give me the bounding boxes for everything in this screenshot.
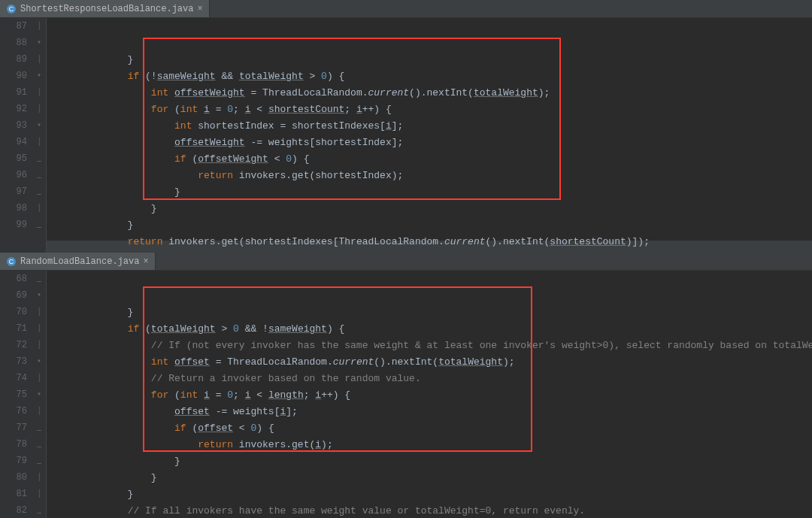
line-number: 82 xyxy=(0,502,27,518)
line-number: 92 xyxy=(0,101,27,117)
line-number: 78 xyxy=(0,436,27,453)
fold-marker[interactable]: ⎯ xyxy=(37,507,41,514)
fold-marker[interactable]: │ xyxy=(37,105,41,113)
line-number-gutter: 87888990919293949596979899 xyxy=(0,18,35,267)
code-line[interactable]: for (int i = 0; i < shortestCount; i++) … xyxy=(57,101,812,118)
line-number: 89 xyxy=(0,51,27,68)
fold-marker[interactable]: │ xyxy=(37,138,41,146)
code-line[interactable]: // Return a invoker based on the random … xyxy=(57,371,812,387)
code-line[interactable]: return invokers.get(i); xyxy=(57,437,812,453)
fold-marker[interactable]: ▾ xyxy=(37,122,41,129)
code-editor-1[interactable]: 87888990919293949596979899 │▾│▾││▾│⎯⎯⎯│⎯… xyxy=(0,18,812,267)
line-number: 88 xyxy=(0,35,27,51)
code-area[interactable]: } if (totalWeight > 0 && !sameWeight) { … xyxy=(47,271,812,518)
fold-marker[interactable]: │ xyxy=(37,490,41,498)
line-number: 76 xyxy=(0,403,27,420)
code-line[interactable]: return invokers.get(shortestIndex); xyxy=(57,168,812,184)
code-line[interactable]: offset -= weights[i]; xyxy=(57,404,812,420)
close-icon[interactable]: × xyxy=(143,257,148,266)
line-number: 90 xyxy=(0,68,27,84)
fold-marker[interactable]: │ xyxy=(37,474,41,481)
svg-text:C: C xyxy=(9,258,14,265)
fold-marker[interactable]: ▾ xyxy=(37,39,41,47)
code-line[interactable]: if (totalWeight > 0 && !sameWeight) { xyxy=(57,321,812,338)
fold-marker[interactable]: ▾ xyxy=(37,72,41,80)
code-line[interactable]: return invokers.get(shortestIndexes[Thre… xyxy=(57,234,812,250)
code-line[interactable]: } xyxy=(57,304,812,321)
java-class-icon: C xyxy=(6,4,17,14)
fold-marker[interactable]: ▾ xyxy=(37,391,41,398)
fold-marker[interactable]: │ xyxy=(37,204,41,212)
fold-marker[interactable]: ⎯ xyxy=(37,221,41,229)
editor-pane-1: C ShortestResponseLoadBalance.java × 878… xyxy=(0,0,812,241)
close-icon[interactable]: × xyxy=(197,5,202,14)
fold-marker[interactable]: ⎯ xyxy=(37,441,41,448)
code-line[interactable]: } xyxy=(57,52,812,68)
fold-marker[interactable]: │ xyxy=(37,89,41,96)
code-editor-2[interactable]: 6869707172737475767778798081828384 ⎯▾│││… xyxy=(0,271,812,518)
file-tab-random[interactable]: C RandomLoadBalance.java × xyxy=(0,253,156,270)
line-number: 94 xyxy=(0,134,27,150)
line-number: 75 xyxy=(0,386,27,403)
line-number: 69 xyxy=(0,287,27,304)
fold-marker[interactable]: │ xyxy=(37,325,41,332)
editor-pane-2: C RandomLoadBalance.java × 6869707172737… xyxy=(0,253,812,518)
code-line[interactable]: if (offset < 0) { xyxy=(57,420,812,437)
code-line[interactable]: int offset = ThreadLocalRandom.current()… xyxy=(57,354,812,371)
fold-marker[interactable]: │ xyxy=(37,23,41,30)
line-number: 98 xyxy=(0,200,27,217)
fold-marker[interactable]: ⎯ xyxy=(37,424,41,432)
code-line[interactable]: } xyxy=(57,201,812,217)
line-number: 95 xyxy=(0,150,27,167)
fold-marker[interactable]: │ xyxy=(37,407,41,415)
fold-marker[interactable]: │ xyxy=(37,374,41,382)
code-line[interactable]: // If (not every invoker has the same we… xyxy=(57,338,812,354)
fold-marker[interactable]: │ xyxy=(37,56,41,63)
line-number-gutter: 6869707172737475767778798081828384 xyxy=(0,271,35,518)
line-number: 81 xyxy=(0,486,27,502)
line-number: 97 xyxy=(0,183,27,200)
tab-filename: ShortestResponseLoadBalance.java xyxy=(20,4,193,14)
code-line[interactable]: } xyxy=(57,217,812,234)
line-number: 71 xyxy=(0,320,27,337)
java-class-icon: C xyxy=(6,256,17,267)
fold-marker[interactable]: ⎯ xyxy=(37,155,41,162)
fold-marker[interactable]: ⎯ xyxy=(37,457,41,465)
line-number: 96 xyxy=(0,167,27,183)
tab-bar-2: C RandomLoadBalance.java × xyxy=(0,253,812,271)
fold-marker[interactable]: │ xyxy=(37,341,41,349)
code-line[interactable]: int shortestIndex = shortestIndexes[i]; xyxy=(57,118,812,135)
fold-marker[interactable]: ⎯ xyxy=(37,275,41,283)
line-number: 93 xyxy=(0,117,27,134)
fold-marker[interactable]: ▾ xyxy=(37,292,41,299)
line-number: 74 xyxy=(0,370,27,386)
code-line[interactable]: for (int i = 0; i < length; i++) { xyxy=(57,387,812,404)
code-line[interactable]: if (offsetWeight < 0) { xyxy=(57,151,812,168)
code-line[interactable]: if (!sameWeight && totalWeight > 0) { xyxy=(57,68,812,85)
line-number: 73 xyxy=(0,353,27,370)
file-tab-shortest[interactable]: C ShortestResponseLoadBalance.java × xyxy=(0,0,210,17)
code-line[interactable]: } xyxy=(57,453,812,470)
line-number: 70 xyxy=(0,304,27,320)
code-line[interactable]: } xyxy=(57,486,812,503)
fold-marker[interactable]: │ xyxy=(37,308,41,316)
code-line[interactable]: } xyxy=(57,184,812,201)
fold-marker[interactable]: ⎯ xyxy=(37,188,41,195)
svg-text:C: C xyxy=(9,5,14,13)
fold-gutter[interactable]: ⎯▾│││▾│▾│⎯⎯⎯││⎯│⎯ xyxy=(35,271,47,518)
line-number: 80 xyxy=(0,469,27,486)
fold-marker[interactable]: ▾ xyxy=(37,358,41,365)
code-line[interactable]: // If all invokers have the same weight … xyxy=(57,503,812,518)
tab-bar-1: C ShortestResponseLoadBalance.java × xyxy=(0,0,812,18)
code-line[interactable]: int offsetWeight = ThreadLocalRandom.cur… xyxy=(57,85,812,101)
code-line[interactable]: offsetWeight -= weights[shortestIndex]; xyxy=(57,135,812,151)
line-number: 68 xyxy=(0,271,27,287)
code-area[interactable]: } if (!sameWeight && totalWeight > 0) { … xyxy=(47,18,812,267)
line-number: 77 xyxy=(0,420,27,436)
fold-gutter[interactable]: │▾│▾││▾│⎯⎯⎯│⎯ xyxy=(35,18,47,267)
tab-filename: RandomLoadBalance.java xyxy=(20,256,139,267)
fold-marker[interactable]: ⎯ xyxy=(37,171,41,179)
line-number: 99 xyxy=(0,217,27,233)
line-number: 72 xyxy=(0,337,27,353)
code-line[interactable]: } xyxy=(57,470,812,486)
